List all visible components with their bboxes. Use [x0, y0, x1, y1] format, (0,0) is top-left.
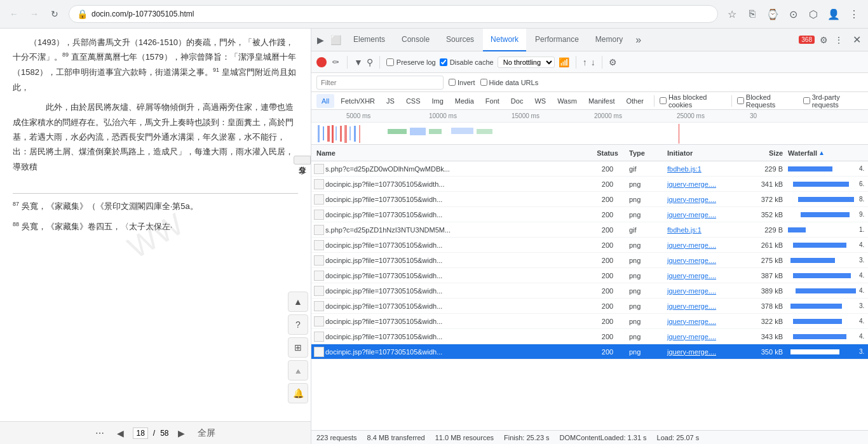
- initiator-link[interactable]: fbdheb.js:1: [667, 165, 702, 173]
- preserve-log-checkbox[interactable]: Preserve log: [386, 58, 436, 66]
- initiator-link[interactable]: jquery-merge....: [667, 302, 716, 310]
- address-bar[interactable]: 🔒 docin.com/p-1077305105.html: [69, 5, 718, 23]
- table-row[interactable]: docinpic.jsp?file=1077305105&widh...200p…: [311, 344, 868, 360]
- table-row[interactable]: docinpic.jsp?file=1077305105&widh...200p…: [311, 238, 868, 253]
- table-row[interactable]: docinpic.jsp?file=1077305105&width...200…: [311, 177, 868, 192]
- filter-type-css[interactable]: CSS: [401, 94, 426, 108]
- notification-button[interactable]: 🔔: [288, 383, 308, 403]
- disable-cache-checkbox[interactable]: Disable cache: [440, 58, 494, 66]
- next-page-button[interactable]: ▶: [174, 427, 189, 440]
- svg-rect-9: [359, 125, 360, 143]
- table-row[interactable]: docinpic.jsp?file=1077305105&widh...200p…: [311, 314, 868, 329]
- tab-performance[interactable]: Performance: [527, 29, 587, 51]
- bookmark-icon[interactable]: ☆: [723, 5, 741, 23]
- fullscreen-button[interactable]: 全屏: [194, 426, 219, 440]
- prev-page-button[interactable]: ◀: [113, 427, 128, 440]
- table-row[interactable]: s.php?c=d25pZD1hNzI3NTU3NDM5M...200giffb…: [311, 222, 868, 238]
- table-row[interactable]: docinpic.jsp?file=1077305105&widh...200p…: [311, 192, 868, 207]
- table-row[interactable]: docinpic.jsp?file=1077305105&widh...200p…: [311, 283, 868, 299]
- device-icon[interactable]: ⬜: [329, 34, 342, 46]
- has-blocked-cookies-checkbox[interactable]: Has blocked cookies: [660, 93, 726, 109]
- initiator-link[interactable]: jquery-merge....: [667, 196, 716, 203]
- filter-button[interactable]: ▼: [354, 57, 363, 67]
- share-button[interactable]: 分享: [294, 156, 311, 165]
- filter-type-fetch-xhr[interactable]: Fetch/XHR: [336, 94, 380, 108]
- scroll-up-button[interactable]: ▲: [288, 292, 308, 312]
- blocked-req-input[interactable]: [737, 97, 744, 104]
- back-button[interactable]: ←: [5, 5, 23, 23]
- blocked-requests-checkbox[interactable]: Blocked Requests: [737, 93, 797, 109]
- header-initiator: Initiator: [665, 149, 741, 157]
- initiator-link[interactable]: jquery-merge....: [667, 211, 716, 219]
- search-button[interactable]: ⚲: [367, 57, 373, 67]
- throttle-select[interactable]: No throttling Fast 3G Slow 3G Offline: [498, 57, 555, 68]
- inspect-icon[interactable]: ▶: [314, 34, 327, 46]
- table-row[interactable]: docinpic.jsp?file=1077305105&widh...200p…: [311, 268, 868, 283]
- filter-type-media[interactable]: Media: [450, 94, 479, 108]
- doc-toolbar: ▲ ? ⊞ ⟁ 🔔: [285, 289, 311, 406]
- preserve-log-input[interactable]: [386, 58, 394, 66]
- record-button[interactable]: [316, 57, 327, 67]
- table-row[interactable]: docinpic.jsp?file=1077305105&widh...200p…: [311, 253, 868, 268]
- table-row[interactable]: docinpic.jsp?file=1077305105&widh...200p…: [311, 329, 868, 344]
- table-row[interactable]: docinpic.jsp?file=1077305105&widh...200p…: [311, 299, 868, 314]
- devtools-close-button[interactable]: ✕: [848, 31, 865, 49]
- tab-sources[interactable]: Sources: [438, 29, 482, 51]
- table-row[interactable]: s.php?c=d25pZD0wODlhNmQwMDBk...200giffbd…: [311, 161, 868, 177]
- filter-type-js[interactable]: JS: [381, 94, 400, 108]
- tab-console[interactable]: Console: [394, 29, 437, 51]
- filter-type-img[interactable]: Img: [427, 94, 449, 108]
- profile-icon[interactable]: ⊙: [784, 5, 802, 23]
- initiator-link[interactable]: jquery-merge....: [667, 348, 716, 356]
- waterfall-sort-icon[interactable]: ▲: [818, 149, 825, 156]
- filter-type-doc[interactable]: Doc: [506, 94, 529, 108]
- reload-button[interactable]: ↻: [46, 5, 64, 23]
- hide-data-urls-input[interactable]: [480, 79, 487, 86]
- network-settings-icon[interactable]: ⚙: [609, 57, 617, 67]
- initiator-link[interactable]: jquery-merge....: [667, 257, 716, 264]
- hide-data-urls-checkbox[interactable]: Hide data URLs: [480, 79, 539, 86]
- more-tabs-button[interactable]: »: [632, 34, 645, 46]
- forward-button[interactable]: →: [25, 5, 43, 23]
- filter-input[interactable]: [316, 76, 444, 90]
- page-input[interactable]: 18: [133, 427, 147, 439]
- tab-memory[interactable]: Memory: [588, 29, 630, 51]
- initiator-link[interactable]: jquery-merge....: [667, 287, 716, 295]
- initiator-link[interactable]: fbdheb.js:1: [667, 226, 702, 234]
- status-requests: 223 requests: [316, 434, 357, 441]
- grid-view-button[interactable]: ⊞: [288, 337, 308, 358]
- devtools-settings-button[interactable]: ⚙: [817, 34, 830, 46]
- initiator-link[interactable]: jquery-merge....: [667, 318, 716, 325]
- tab-network[interactable]: Network: [483, 29, 526, 51]
- more-menu-icon[interactable]: ⋮: [845, 5, 863, 23]
- devtools-menu-button[interactable]: ⋮: [832, 34, 845, 46]
- filter-type-all[interactable]: All: [316, 94, 334, 108]
- filter-type-ws[interactable]: WS: [529, 94, 551, 108]
- initiator-link[interactable]: jquery-merge....: [667, 180, 716, 188]
- clear-button[interactable]: ⚰: [330, 57, 341, 67]
- help-button[interactable]: ?: [288, 314, 308, 335]
- filter-type-manifest[interactable]: Manifest: [583, 94, 620, 108]
- user-icon[interactable]: 👤: [825, 5, 843, 23]
- invert-checkbox[interactable]: Invert: [449, 79, 475, 86]
- invert-input[interactable]: [449, 79, 456, 86]
- initiator-link[interactable]: jquery-merge....: [667, 333, 716, 340]
- extension-icon[interactable]: ⬡: [804, 5, 822, 23]
- share-tool-button[interactable]: ⟁: [288, 360, 308, 380]
- download-icon[interactable]: ↓: [591, 57, 595, 67]
- history-icon[interactable]: ⌚: [764, 5, 782, 23]
- filter-type-font[interactable]: Font: [480, 94, 505, 108]
- has-blocked-input[interactable]: [660, 97, 667, 104]
- tab-elements[interactable]: Elements: [346, 29, 393, 51]
- table-row[interactable]: docinpic.jsp?file=1077305105&widh...200p…: [311, 207, 868, 222]
- initiator-link[interactable]: jquery-merge....: [667, 272, 716, 279]
- filter-type-wasm[interactable]: Wasm: [552, 94, 582, 108]
- third-party-input[interactable]: [803, 97, 810, 104]
- initiator-link[interactable]: jquery-merge....: [667, 241, 716, 249]
- upload-icon[interactable]: ↑: [583, 57, 587, 67]
- page-more-button[interactable]: ⋯: [92, 427, 108, 440]
- cast-icon[interactable]: ⎘: [743, 5, 761, 23]
- filter-type-other[interactable]: Other: [621, 94, 649, 108]
- third-party-checkbox[interactable]: 3rd-party requests: [803, 93, 863, 109]
- disable-cache-input[interactable]: [440, 58, 447, 66]
